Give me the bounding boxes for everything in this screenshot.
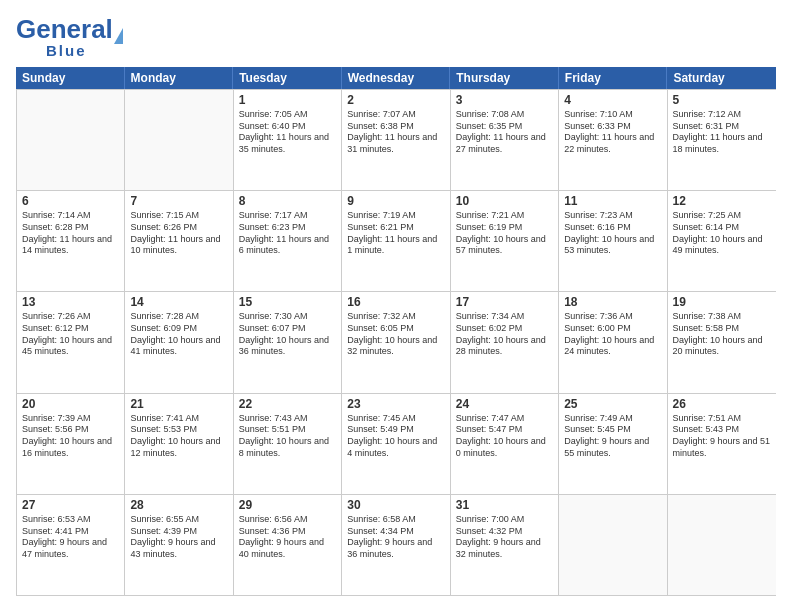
calendar-cell: 2Sunrise: 7:07 AM Sunset: 6:38 PM Daylig…: [342, 90, 450, 190]
calendar-cell: 4Sunrise: 7:10 AM Sunset: 6:33 PM Daylig…: [559, 90, 667, 190]
cell-info: Sunrise: 7:07 AM Sunset: 6:38 PM Dayligh…: [347, 109, 444, 156]
header-thursday: Thursday: [450, 67, 559, 89]
cell-info: Sunrise: 7:45 AM Sunset: 5:49 PM Dayligh…: [347, 413, 444, 460]
day-number: 24: [456, 397, 553, 411]
page: General Blue Sunday Monday Tuesday Wedne…: [0, 0, 792, 612]
calendar-cell: 23Sunrise: 7:45 AM Sunset: 5:49 PM Dayli…: [342, 394, 450, 494]
header-wednesday: Wednesday: [342, 67, 451, 89]
cell-info: Sunrise: 7:21 AM Sunset: 6:19 PM Dayligh…: [456, 210, 553, 257]
calendar-cell: 6Sunrise: 7:14 AM Sunset: 6:28 PM Daylig…: [17, 191, 125, 291]
calendar-cell: 12Sunrise: 7:25 AM Sunset: 6:14 PM Dayli…: [668, 191, 776, 291]
calendar-cell: 30Sunrise: 6:58 AM Sunset: 4:34 PM Dayli…: [342, 495, 450, 595]
cell-info: Sunrise: 6:58 AM Sunset: 4:34 PM Dayligh…: [347, 514, 444, 561]
cell-info: Sunrise: 7:08 AM Sunset: 6:35 PM Dayligh…: [456, 109, 553, 156]
logo-blue-text: Blue: [46, 42, 87, 59]
day-number: 7: [130, 194, 227, 208]
day-number: 27: [22, 498, 119, 512]
cell-info: Sunrise: 7:12 AM Sunset: 6:31 PM Dayligh…: [673, 109, 771, 156]
calendar-cell: 18Sunrise: 7:36 AM Sunset: 6:00 PM Dayli…: [559, 292, 667, 392]
header: General Blue: [16, 16, 776, 59]
cell-info: Sunrise: 7:19 AM Sunset: 6:21 PM Dayligh…: [347, 210, 444, 257]
cell-info: Sunrise: 7:34 AM Sunset: 6:02 PM Dayligh…: [456, 311, 553, 358]
calendar-row: 6Sunrise: 7:14 AM Sunset: 6:28 PM Daylig…: [17, 190, 776, 291]
cell-info: Sunrise: 7:28 AM Sunset: 6:09 PM Dayligh…: [130, 311, 227, 358]
calendar-row: 20Sunrise: 7:39 AM Sunset: 5:56 PM Dayli…: [17, 393, 776, 494]
calendar-cell: 13Sunrise: 7:26 AM Sunset: 6:12 PM Dayli…: [17, 292, 125, 392]
day-number: 25: [564, 397, 661, 411]
day-number: 31: [456, 498, 553, 512]
header-friday: Friday: [559, 67, 668, 89]
day-number: 22: [239, 397, 336, 411]
calendar-row: 27Sunrise: 6:53 AM Sunset: 4:41 PM Dayli…: [17, 494, 776, 595]
day-number: 6: [22, 194, 119, 208]
header-saturday: Saturday: [667, 67, 776, 89]
day-number: 8: [239, 194, 336, 208]
calendar-cell: 10Sunrise: 7:21 AM Sunset: 6:19 PM Dayli…: [451, 191, 559, 291]
calendar-header: Sunday Monday Tuesday Wednesday Thursday…: [16, 67, 776, 89]
day-number: 11: [564, 194, 661, 208]
calendar-cell: [559, 495, 667, 595]
cell-info: Sunrise: 7:25 AM Sunset: 6:14 PM Dayligh…: [673, 210, 771, 257]
day-number: 9: [347, 194, 444, 208]
cell-info: Sunrise: 7:49 AM Sunset: 5:45 PM Dayligh…: [564, 413, 661, 460]
calendar-cell: 17Sunrise: 7:34 AM Sunset: 6:02 PM Dayli…: [451, 292, 559, 392]
day-number: 23: [347, 397, 444, 411]
calendar-cell: [125, 90, 233, 190]
day-number: 21: [130, 397, 227, 411]
cell-info: Sunrise: 7:14 AM Sunset: 6:28 PM Dayligh…: [22, 210, 119, 257]
cell-info: Sunrise: 7:26 AM Sunset: 6:12 PM Dayligh…: [22, 311, 119, 358]
calendar-cell: 22Sunrise: 7:43 AM Sunset: 5:51 PM Dayli…: [234, 394, 342, 494]
cell-info: Sunrise: 7:41 AM Sunset: 5:53 PM Dayligh…: [130, 413, 227, 460]
day-number: 4: [564, 93, 661, 107]
day-number: 17: [456, 295, 553, 309]
cell-info: Sunrise: 6:55 AM Sunset: 4:39 PM Dayligh…: [130, 514, 227, 561]
calendar-cell: 11Sunrise: 7:23 AM Sunset: 6:16 PM Dayli…: [559, 191, 667, 291]
calendar-cell: 25Sunrise: 7:49 AM Sunset: 5:45 PM Dayli…: [559, 394, 667, 494]
day-number: 29: [239, 498, 336, 512]
calendar-cell: 7Sunrise: 7:15 AM Sunset: 6:26 PM Daylig…: [125, 191, 233, 291]
day-number: 14: [130, 295, 227, 309]
calendar-body: 1Sunrise: 7:05 AM Sunset: 6:40 PM Daylig…: [16, 89, 776, 596]
calendar: Sunday Monday Tuesday Wednesday Thursday…: [16, 67, 776, 596]
calendar-cell: 27Sunrise: 6:53 AM Sunset: 4:41 PM Dayli…: [17, 495, 125, 595]
calendar-cell: 28Sunrise: 6:55 AM Sunset: 4:39 PM Dayli…: [125, 495, 233, 595]
day-number: 1: [239, 93, 336, 107]
cell-info: Sunrise: 7:15 AM Sunset: 6:26 PM Dayligh…: [130, 210, 227, 257]
day-number: 16: [347, 295, 444, 309]
cell-info: Sunrise: 6:56 AM Sunset: 4:36 PM Dayligh…: [239, 514, 336, 561]
calendar-cell: 14Sunrise: 7:28 AM Sunset: 6:09 PM Dayli…: [125, 292, 233, 392]
cell-info: Sunrise: 6:53 AM Sunset: 4:41 PM Dayligh…: [22, 514, 119, 561]
cell-info: Sunrise: 7:36 AM Sunset: 6:00 PM Dayligh…: [564, 311, 661, 358]
day-number: 13: [22, 295, 119, 309]
calendar-cell: 9Sunrise: 7:19 AM Sunset: 6:21 PM Daylig…: [342, 191, 450, 291]
header-sunday: Sunday: [16, 67, 125, 89]
cell-info: Sunrise: 7:39 AM Sunset: 5:56 PM Dayligh…: [22, 413, 119, 460]
calendar-cell: 15Sunrise: 7:30 AM Sunset: 6:07 PM Dayli…: [234, 292, 342, 392]
cell-info: Sunrise: 7:23 AM Sunset: 6:16 PM Dayligh…: [564, 210, 661, 257]
day-number: 30: [347, 498, 444, 512]
day-number: 2: [347, 93, 444, 107]
day-number: 19: [673, 295, 771, 309]
calendar-cell: 20Sunrise: 7:39 AM Sunset: 5:56 PM Dayli…: [17, 394, 125, 494]
calendar-cell: 24Sunrise: 7:47 AM Sunset: 5:47 PM Dayli…: [451, 394, 559, 494]
cell-info: Sunrise: 7:43 AM Sunset: 5:51 PM Dayligh…: [239, 413, 336, 460]
logo: General Blue: [16, 16, 123, 59]
calendar-cell: 1Sunrise: 7:05 AM Sunset: 6:40 PM Daylig…: [234, 90, 342, 190]
cell-info: Sunrise: 7:10 AM Sunset: 6:33 PM Dayligh…: [564, 109, 661, 156]
calendar-cell: 8Sunrise: 7:17 AM Sunset: 6:23 PM Daylig…: [234, 191, 342, 291]
calendar-cell: 21Sunrise: 7:41 AM Sunset: 5:53 PM Dayli…: [125, 394, 233, 494]
logo-general-text: General: [16, 16, 113, 42]
cell-info: Sunrise: 7:51 AM Sunset: 5:43 PM Dayligh…: [673, 413, 771, 460]
header-tuesday: Tuesday: [233, 67, 342, 89]
day-number: 12: [673, 194, 771, 208]
calendar-cell: 31Sunrise: 7:00 AM Sunset: 4:32 PM Dayli…: [451, 495, 559, 595]
calendar-row: 13Sunrise: 7:26 AM Sunset: 6:12 PM Dayli…: [17, 291, 776, 392]
calendar-cell: 19Sunrise: 7:38 AM Sunset: 5:58 PM Dayli…: [668, 292, 776, 392]
cell-info: Sunrise: 7:00 AM Sunset: 4:32 PM Dayligh…: [456, 514, 553, 561]
day-number: 5: [673, 93, 771, 107]
calendar-cell: 5Sunrise: 7:12 AM Sunset: 6:31 PM Daylig…: [668, 90, 776, 190]
logo-triangle-icon: [114, 28, 123, 44]
day-number: 18: [564, 295, 661, 309]
day-number: 20: [22, 397, 119, 411]
cell-info: Sunrise: 7:38 AM Sunset: 5:58 PM Dayligh…: [673, 311, 771, 358]
